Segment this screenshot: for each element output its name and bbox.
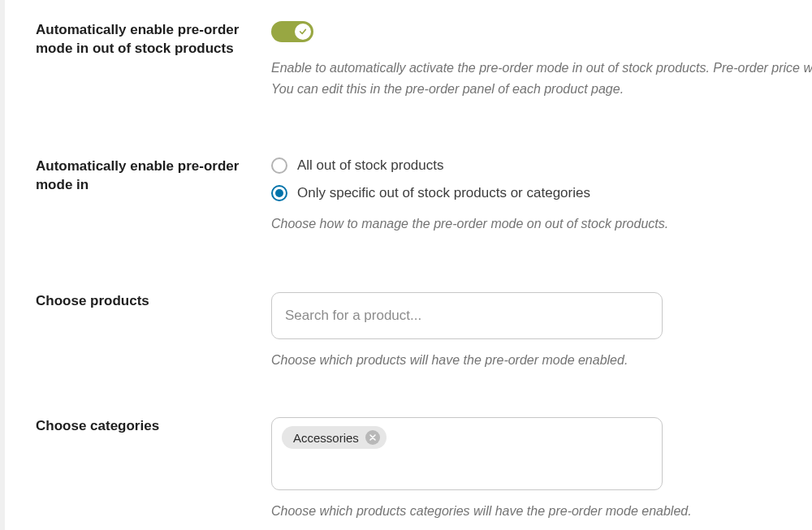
help-line: You can edit this in the pre-order panel… bbox=[271, 80, 812, 99]
setting-help: Enable to automatically activate the pre… bbox=[271, 58, 812, 99]
tag-label: Accessories bbox=[293, 431, 359, 445]
setting-choose-products: Choose products Choose which products wi… bbox=[36, 292, 812, 370]
setting-help: Choose how to manage the pre-order mode … bbox=[271, 214, 812, 234]
settings-form: Automatically enable pre-order mode in o… bbox=[0, 0, 812, 521]
close-icon bbox=[369, 434, 376, 441]
tag-remove-button[interactable] bbox=[365, 430, 380, 445]
radio-label: Only specific out of stock products or c… bbox=[297, 185, 590, 201]
setting-choose-categories: Choose categories Accessories Choose whi… bbox=[36, 417, 812, 521]
label-column: Automatically enable pre-order mode in bbox=[36, 157, 271, 195]
setting-label: Choose categories bbox=[36, 417, 255, 436]
setting-help: Choose which products will have the pre-… bbox=[271, 351, 812, 370]
radio-icon bbox=[271, 157, 287, 174]
mode-radio-group: All out of stock products Only specific … bbox=[271, 157, 812, 201]
category-tag-input[interactable]: Accessories bbox=[271, 417, 663, 490]
toggle-knob bbox=[295, 24, 311, 40]
control-column: Enable to automatically activate the pre… bbox=[271, 21, 812, 99]
radio-option-specific[interactable]: Only specific out of stock products or c… bbox=[271, 185, 812, 201]
setting-label: Automatically enable pre-order mode in bbox=[36, 157, 255, 195]
setting-label: Choose products bbox=[36, 292, 255, 311]
control-column: Accessories Choose which products catego… bbox=[271, 417, 812, 521]
radio-label: All out of stock products bbox=[297, 157, 443, 174]
label-column: Automatically enable pre-order mode in o… bbox=[36, 21, 271, 58]
setting-help: Choose which products categories will ha… bbox=[271, 502, 812, 521]
auto-enable-toggle[interactable] bbox=[271, 21, 313, 42]
control-column: Choose which products will have the pre-… bbox=[271, 292, 812, 370]
sidebar-stripe bbox=[0, 0, 5, 530]
label-column: Choose categories bbox=[36, 417, 271, 436]
check-icon bbox=[299, 28, 307, 36]
label-column: Choose products bbox=[36, 292, 271, 311]
setting-mode-in: Automatically enable pre-order mode in A… bbox=[36, 157, 812, 234]
radio-option-all[interactable]: All out of stock products bbox=[271, 157, 812, 174]
setting-label: Automatically enable pre-order mode in o… bbox=[36, 21, 255, 58]
product-search-input[interactable] bbox=[271, 292, 663, 339]
category-tag: Accessories bbox=[282, 426, 387, 449]
control-column: All out of stock products Only specific … bbox=[271, 157, 812, 234]
setting-auto-enable: Automatically enable pre-order mode in o… bbox=[36, 21, 812, 99]
help-line: Enable to automatically activate the pre… bbox=[271, 58, 812, 78]
radio-icon-selected bbox=[271, 185, 287, 201]
